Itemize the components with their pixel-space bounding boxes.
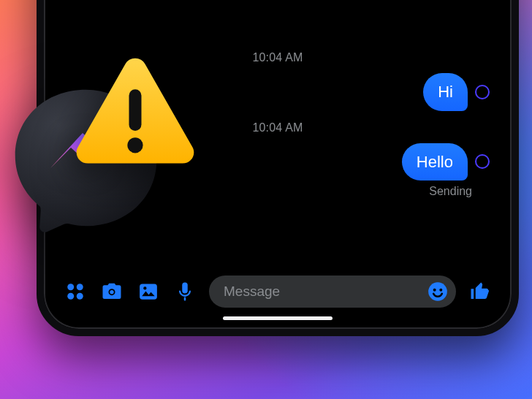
svg-point-11 <box>433 289 436 292</box>
message-row: Hello <box>61 143 494 181</box>
timestamp: 10:04 AM <box>61 121 494 134</box>
delivery-receipt-icon <box>475 154 490 169</box>
photo-icon[interactable] <box>136 279 161 304</box>
thumbs-up-icon[interactable] <box>468 279 493 304</box>
message-input[interactable] <box>222 283 419 300</box>
composer-bar <box>48 270 507 313</box>
phone-screen: 10:04 AM Hi 10:04 AM Hello Sending <box>48 0 507 324</box>
svg-point-10 <box>428 282 447 301</box>
svg-rect-6 <box>140 284 157 299</box>
emoji-icon[interactable] <box>427 281 449 303</box>
chat-thread: 10:04 AM Hi 10:04 AM Hello Sending <box>48 41 507 265</box>
svg-point-1 <box>77 284 83 290</box>
outgoing-message-bubble[interactable]: Hello <box>402 143 468 181</box>
phone-frame: 10:04 AM Hi 10:04 AM Hello Sending <box>37 0 519 336</box>
message-input-pill[interactable] <box>209 276 456 308</box>
svg-point-3 <box>77 293 83 300</box>
message-row: Hi <box>61 73 494 111</box>
svg-rect-9 <box>184 297 186 301</box>
home-indicator[interactable] <box>223 316 332 320</box>
apps-grid-icon[interactable] <box>63 279 88 304</box>
svg-rect-8 <box>182 283 188 294</box>
outgoing-message-bubble[interactable]: Hi <box>423 73 468 111</box>
mic-icon[interactable] <box>172 279 197 304</box>
sending-status: Sending <box>61 185 494 198</box>
svg-point-0 <box>67 284 74 290</box>
delivery-receipt-icon <box>475 85 490 99</box>
svg-point-12 <box>439 289 442 292</box>
svg-point-7 <box>143 286 146 289</box>
svg-point-5 <box>110 290 114 294</box>
camera-icon[interactable] <box>99 279 124 304</box>
svg-point-2 <box>67 293 74 300</box>
timestamp: 10:04 AM <box>61 51 494 64</box>
